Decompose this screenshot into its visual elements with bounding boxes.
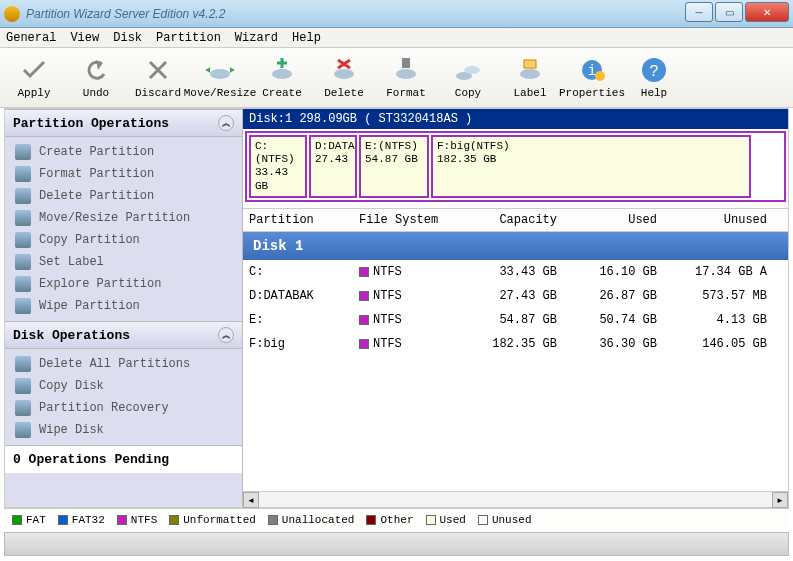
op-label: Delete Partition bbox=[39, 189, 154, 203]
toolbar-label: Create bbox=[262, 87, 302, 99]
menu-wizard[interactable]: Wizard bbox=[235, 31, 278, 45]
apply-button[interactable]: Apply bbox=[4, 50, 64, 106]
partition-ops-header[interactable]: Partition Operations ︽ bbox=[5, 109, 242, 137]
scroll-track[interactable] bbox=[259, 492, 772, 507]
undo-button[interactable]: Undo bbox=[66, 50, 126, 106]
disk-op-partition-recovery[interactable]: Partition Recovery bbox=[5, 397, 242, 419]
disk-op-copy-disk[interactable]: Copy Disk bbox=[5, 375, 242, 397]
part-label: D:DATA bbox=[315, 140, 351, 153]
partition-op-delete-partition[interactable]: Delete Partition bbox=[5, 185, 242, 207]
horizontal-scrollbar[interactable]: ◄ ► bbox=[243, 491, 788, 507]
diskmap-partition[interactable]: C:(NTFS)33.43 GB bbox=[249, 135, 307, 198]
chevron-up-icon: ︽ bbox=[218, 115, 234, 131]
partition-op-create-partition[interactable]: Create Partition bbox=[5, 141, 242, 163]
partition-row[interactable]: F:bigNTFS182.35 GB36.30 GB146.05 GB bbox=[243, 332, 788, 356]
toolbar-label: Undo bbox=[83, 87, 109, 99]
help-button[interactable]: ?Help bbox=[624, 50, 684, 106]
undo-icon bbox=[82, 56, 110, 84]
op-label: Partition Recovery bbox=[39, 401, 169, 415]
col-partition[interactable]: Partition bbox=[243, 213, 353, 227]
op-icon bbox=[15, 254, 31, 270]
op-icon bbox=[15, 378, 31, 394]
partition-op-wipe-partition[interactable]: Wipe Partition bbox=[5, 295, 242, 317]
scroll-right-button[interactable]: ► bbox=[772, 492, 788, 508]
create-icon bbox=[268, 56, 296, 84]
cell-used: 36.30 GB bbox=[563, 337, 663, 351]
delete-button[interactable]: Delete bbox=[314, 50, 374, 106]
op-icon bbox=[15, 298, 31, 314]
scroll-left-button[interactable]: ◄ bbox=[243, 492, 259, 508]
col-unused[interactable]: Unused bbox=[663, 213, 773, 227]
column-headers: PartitionFile SystemCapacityUsedUnused bbox=[243, 208, 788, 232]
close-button[interactable]: ✕ bbox=[745, 2, 789, 22]
partition-row[interactable]: E:NTFS54.87 GB50.74 GB4.13 GB bbox=[243, 308, 788, 332]
partition-row[interactable]: D:DATABAKNTFS27.43 GB26.87 GB573.57 MB bbox=[243, 284, 788, 308]
partition-op-explore-partition[interactable]: Explore Partition bbox=[5, 273, 242, 295]
diskmap-partition[interactable]: D:DATA27.43 bbox=[309, 135, 357, 198]
status-bar bbox=[4, 532, 789, 556]
partition-op-move-resize-partition[interactable]: Move/Resize Partition bbox=[5, 207, 242, 229]
toolbar: ApplyUndoDiscardMove/ResizeCreateDeleteF… bbox=[0, 48, 793, 108]
minimize-button[interactable]: ─ bbox=[685, 2, 713, 22]
disk-ops-header[interactable]: Disk Operations ︽ bbox=[5, 321, 242, 349]
discard-button[interactable]: Discard bbox=[128, 50, 188, 106]
menu-general[interactable]: General bbox=[6, 31, 56, 45]
copy-button[interactable]: Copy bbox=[438, 50, 498, 106]
diskmap-partition[interactable]: E:(NTFS)54.87 GB bbox=[359, 135, 429, 198]
disk-group-row[interactable]: Disk 1 bbox=[243, 232, 788, 260]
legend-swatch bbox=[12, 515, 22, 525]
menu-help[interactable]: Help bbox=[292, 31, 321, 45]
diskmap-partition[interactable]: F:big(NTFS)182.35 GB bbox=[431, 135, 751, 198]
op-label: Set Label bbox=[39, 255, 104, 269]
op-icon bbox=[15, 276, 31, 292]
part-size: 182.35 GB bbox=[437, 153, 745, 166]
discard-icon bbox=[144, 56, 172, 84]
svg-point-0 bbox=[210, 69, 230, 79]
maximize-button[interactable]: ▭ bbox=[715, 2, 743, 22]
partition-op-set-label[interactable]: Set Label bbox=[5, 251, 242, 273]
part-label: F:big(NTFS) bbox=[437, 140, 745, 153]
op-label: Explore Partition bbox=[39, 277, 161, 291]
legend-unallocated: Unallocated bbox=[268, 514, 355, 526]
op-icon bbox=[15, 400, 31, 416]
op-label: Move/Resize Partition bbox=[39, 211, 190, 225]
part-size: 54.87 GB bbox=[365, 153, 423, 166]
disk-header[interactable]: Disk:1 298.09GB ( ST3320418AS ) bbox=[243, 109, 788, 129]
cell-used: 26.87 GB bbox=[563, 289, 663, 303]
label-button[interactable]: Label bbox=[500, 50, 560, 106]
col-used[interactable]: Used bbox=[563, 213, 663, 227]
disk-op-wipe-disk[interactable]: Wipe Disk bbox=[5, 419, 242, 441]
menu-partition[interactable]: Partition bbox=[156, 31, 221, 45]
legend-used: Used bbox=[426, 514, 466, 526]
cell-filesystem: NTFS bbox=[353, 313, 463, 327]
format-icon bbox=[392, 56, 420, 84]
svg-point-1 bbox=[272, 69, 292, 79]
menu-view[interactable]: View bbox=[70, 31, 99, 45]
toolbar-label: Copy bbox=[455, 87, 481, 99]
col-file-system[interactable]: File System bbox=[353, 213, 463, 227]
cell-capacity: 54.87 GB bbox=[463, 313, 563, 327]
op-icon bbox=[15, 232, 31, 248]
create-button[interactable]: Create bbox=[252, 50, 312, 106]
disk-op-delete-all-partitions[interactable]: Delete All Partitions bbox=[5, 353, 242, 375]
moveresize-button[interactable]: Move/Resize bbox=[190, 50, 250, 106]
cell-unused: 146.05 GB bbox=[663, 337, 773, 351]
format-button[interactable]: Format bbox=[376, 50, 436, 106]
cell-unused: 17.34 GB A bbox=[663, 265, 773, 279]
part-size: 33.43 GB bbox=[255, 166, 301, 192]
svg-point-6 bbox=[464, 66, 480, 74]
title-bar: Partition Wizard Server Edition v4.2.2 ─… bbox=[0, 0, 793, 28]
partition-row[interactable]: C:NTFS33.43 GB16.10 GB17.34 GB A bbox=[243, 260, 788, 284]
menu-disk[interactable]: Disk bbox=[113, 31, 142, 45]
delete-icon bbox=[330, 56, 358, 84]
operations-pending: 0 Operations Pending bbox=[5, 445, 242, 473]
partition-op-format-partition[interactable]: Format Partition bbox=[5, 163, 242, 185]
part-size: 27.43 bbox=[315, 153, 351, 166]
properties-button[interactable]: iProperties bbox=[562, 50, 622, 106]
part-label: C:(NTFS) bbox=[255, 140, 301, 166]
copy-icon bbox=[454, 56, 482, 84]
toolbar-label: Properties bbox=[559, 87, 625, 99]
partition-op-copy-partition[interactable]: Copy Partition bbox=[5, 229, 242, 251]
op-icon bbox=[15, 188, 31, 204]
col-capacity[interactable]: Capacity bbox=[463, 213, 563, 227]
